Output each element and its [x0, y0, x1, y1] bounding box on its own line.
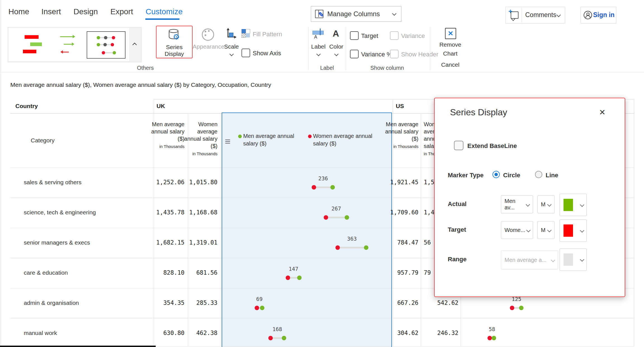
marker-line-radio[interactable] — [535, 171, 542, 178]
us-women-value: 56 — [424, 239, 431, 246]
men-dot[interactable] — [297, 276, 302, 280]
women-dot[interactable] — [324, 215, 328, 220]
target-series-value: Wome... — [505, 227, 525, 233]
women-dot[interactable] — [312, 185, 316, 190]
range-color-swatch — [564, 253, 573, 266]
chevron-down-icon[interactable] — [316, 52, 321, 56]
arrow-right-icon — [64, 44, 72, 45]
palette-dot — [205, 34, 206, 36]
appearance-button[interactable]: Appearance — [192, 27, 225, 58]
women-dot[interactable] — [268, 336, 273, 340]
drag-handle-icon[interactable] — [225, 140, 230, 143]
men-dot[interactable] — [492, 336, 496, 340]
group-label-show-column: Show column — [366, 65, 408, 71]
selected-chart-column[interactable] — [222, 113, 392, 347]
group-separator — [346, 27, 346, 70]
us-women-value: 79 — [424, 269, 431, 276]
menu-insert[interactable]: Insert — [41, 7, 61, 16]
uk-men-header-text: Men average annual salary ($) — [151, 121, 184, 142]
men-dot[interactable] — [330, 185, 335, 190]
fill-quad-solid — [242, 29, 246, 33]
women-dot[interactable] — [286, 276, 290, 280]
women-dot[interactable] — [335, 245, 340, 250]
us-men-value: 957.79 — [385, 269, 418, 276]
women-dot[interactable] — [255, 306, 259, 310]
show-axis-checkbox[interactable] — [242, 49, 250, 57]
scale-button[interactable]: Scale — [222, 27, 240, 59]
uk-women-value: 1,015.80 — [184, 179, 217, 186]
manage-columns-label: Manage Columns — [327, 10, 380, 18]
chevron-down-icon — [580, 257, 584, 262]
target-color-picker[interactable] — [560, 219, 587, 242]
thumbnail-dot-plot-selected[interactable] — [87, 31, 126, 59]
us-men-header-units: in Thousands — [393, 144, 418, 149]
label-icon-handle — [320, 28, 321, 35]
men-dot[interactable] — [345, 215, 349, 220]
uk-women-value: 462.38 — [184, 330, 217, 336]
country-header: Country — [15, 103, 38, 109]
men-dot[interactable] — [282, 336, 286, 340]
close-icon[interactable]: ✕ — [599, 108, 605, 117]
appearance-label: Appearance — [192, 43, 225, 50]
target-series-dropdown[interactable]: Wome... — [501, 221, 533, 239]
menu-design[interactable]: Design — [74, 7, 98, 16]
chevron-down-icon — [580, 228, 584, 233]
actual-series-dropdown[interactable]: Men av... — [501, 195, 533, 213]
fill-pattern-label[interactable]: Fill Pattern — [253, 31, 300, 38]
extend-baseline-label: Extend BaseLine — [467, 142, 517, 150]
gear-icon: ⚙ — [173, 32, 180, 42]
comments-divider — [521, 8, 522, 23]
actual-size-dropdown[interactable]: M — [537, 195, 555, 213]
category-header: Category — [31, 137, 55, 144]
fill-quad-light — [246, 33, 250, 37]
diff-label: 69 — [248, 296, 271, 302]
chevron-down-icon — [392, 11, 397, 16]
menu-customize[interactable]: Customize — [146, 7, 183, 16]
us-men-column-header[interactable]: Men average annual salary ($) in Thousan… — [385, 121, 418, 150]
variance-checkbox[interactable] — [390, 31, 399, 40]
marker-circle-radio[interactable] — [493, 171, 500, 178]
sign-in-button[interactable]: Sign in — [581, 7, 616, 23]
us-men-value: 1,709.60 — [385, 209, 418, 216]
women-dot[interactable] — [487, 336, 492, 340]
label-button[interactable]: A Label — [310, 27, 327, 59]
uk-men-value: 828.10 — [151, 269, 184, 276]
remove-label-line2: Chart — [435, 50, 466, 57]
comments-button[interactable]: + Comments — [505, 7, 565, 23]
range-color-picker[interactable] — [560, 248, 587, 271]
chevron-down-icon[interactable] — [229, 52, 234, 56]
remove-chart-button[interactable]: ✕ Remove Chart Cancel — [435, 27, 466, 69]
thumbnail-bar-chart[interactable] — [17, 29, 53, 59]
thumbnail-arrow-chart[interactable] — [56, 29, 84, 59]
actual-color-swatch — [564, 199, 573, 211]
chart-title: Men average annual salary ($), Women ave… — [10, 82, 271, 88]
actual-color-picker[interactable] — [560, 194, 587, 216]
uk-men-column-header[interactable]: Men average annual salary ($) in Thousan… — [151, 121, 184, 150]
gray-dot — [104, 36, 107, 39]
diff-label: 267 — [325, 205, 347, 212]
men-dot[interactable] — [364, 245, 368, 250]
palette-dot — [205, 31, 206, 32]
color-button[interactable]: A Color — [328, 27, 345, 59]
series-display-button[interactable]: ⚙ Series Display — [156, 26, 193, 58]
women-dot[interactable] — [510, 306, 514, 310]
uk-men-value: 1,682.15 — [151, 239, 184, 246]
actual-label: Actual — [448, 200, 467, 208]
gridline — [634, 99, 634, 346]
label-label: Label — [310, 43, 327, 50]
chevron-down-icon[interactable] — [334, 52, 339, 56]
menu-export[interactable]: Export — [110, 7, 133, 16]
men-dot[interactable] — [519, 306, 524, 310]
variance-pct-checkbox[interactable] — [350, 50, 359, 58]
manage-columns-button[interactable]: ✎ Manage Columns — [311, 6, 401, 22]
show-header-checkbox[interactable] — [390, 50, 399, 58]
us-men-value: 304.62 — [385, 330, 418, 336]
extend-baseline-checkbox[interactable] — [454, 141, 463, 150]
target-checkbox[interactable] — [350, 31, 359, 40]
men-dot[interactable] — [260, 306, 264, 310]
menu-home[interactable]: Home — [8, 7, 29, 16]
target-size-dropdown[interactable]: M — [537, 221, 555, 239]
uk-women-header-text: Women average annual salary ($) — [184, 121, 217, 149]
chevron-down-icon — [547, 228, 552, 232]
uk-women-column-header[interactable]: Women average annual salary ($) in Thous… — [184, 121, 217, 157]
